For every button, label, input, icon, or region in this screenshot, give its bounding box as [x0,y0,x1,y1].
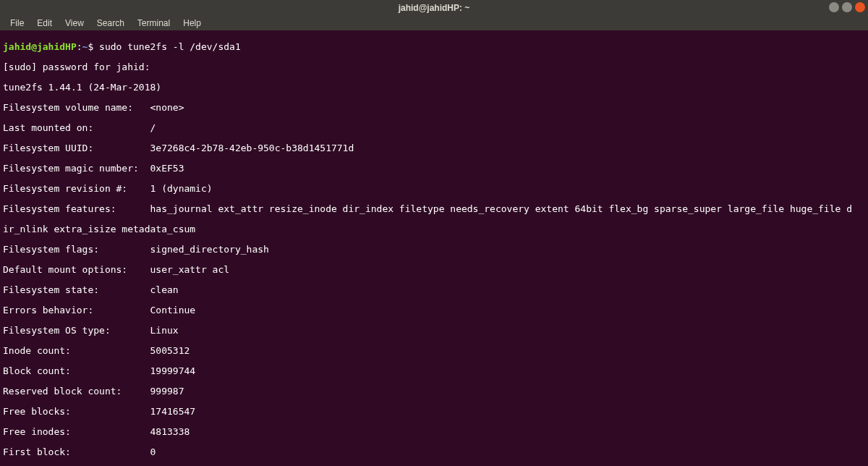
output-line: Errors behavior: Continue [3,305,865,315]
minimize-icon[interactable] [829,2,839,12]
prompt-line: jahid@jahidHP:~$ sudo tune2fs -l /dev/sd… [3,42,865,52]
output-line: Filesystem UUID: 3e7268c4-2b78-42eb-950c… [3,143,865,153]
prompt-colon: : [77,41,82,52]
output-line: First block: 0 [3,447,865,457]
prompt-dollar: $ [88,41,99,52]
maximize-icon[interactable] [842,2,852,12]
output-line: Inode count: 5005312 [3,346,865,356]
output-line: Filesystem volume name: <none> [3,103,865,113]
output-line: Filesystem features: has_journal ext_att… [3,204,865,214]
menu-edit[interactable]: Edit [31,17,58,30]
menu-terminal[interactable]: Terminal [132,17,176,30]
menu-file[interactable]: File [4,17,30,30]
prompt-command: sudo tune2fs -l /dev/sda1 [99,41,241,52]
output-line: Filesystem flags: signed_directory_hash [3,245,865,255]
output-line: Reserved block count: 999987 [3,386,865,397]
output-line: Free blocks: 17416547 [3,407,865,417]
features-wrap-line: ir_nlink extra_isize metadata_csum [3,224,865,234]
tune2fs-version-line: tune2fs 1.44.1 (24-Mar-2018) [3,82,865,93]
output-line: Block count: 19999744 [3,366,865,376]
output-line: Last mounted on: / [3,123,865,133]
output-line: Filesystem OS type: Linux [3,326,865,336]
window-controls [829,2,865,12]
output-line: Free inodes: 4813338 [3,427,865,437]
terminal-area[interactable]: jahid@jahidHP:~$ sudo tune2fs -l /dev/sd… [0,30,868,466]
output-line: Filesystem state: clean [3,285,865,295]
menu-view[interactable]: View [59,17,90,30]
window-titlebar: jahid@jahidHP: ~ [0,0,868,16]
output-line: Filesystem revision #: 1 (dynamic) [3,184,865,194]
sudo-password-line: [sudo] password for jahid: [3,62,865,72]
window-title: jahid@jahidHP: ~ [399,3,470,13]
prompt-user-host: jahid@jahidHP [3,41,77,52]
menu-search[interactable]: Search [91,17,130,30]
menubar: File Edit View Search Terminal Help [0,16,868,30]
close-icon[interactable] [855,2,865,12]
output-line: Default mount options: user_xattr acl [3,265,865,275]
output-line: Filesystem magic number: 0xEF53 [3,164,865,174]
menu-help[interactable]: Help [177,17,207,30]
